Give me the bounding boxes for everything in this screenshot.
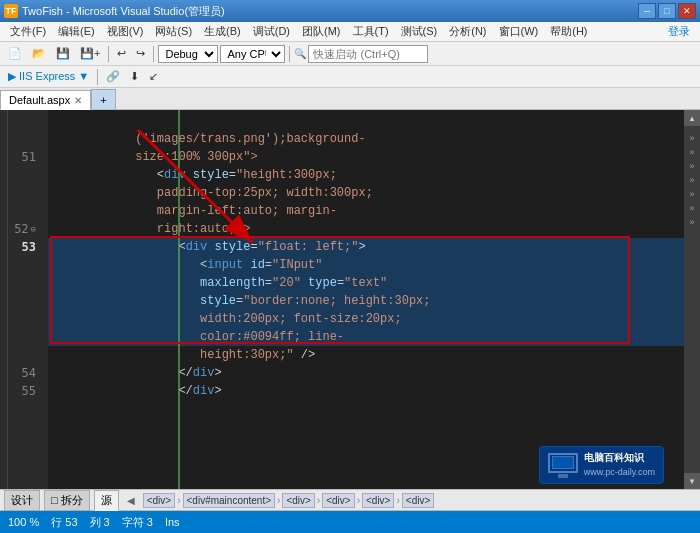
line-num-blank3 — [8, 166, 42, 184]
breadcrumb-sep1: › — [177, 495, 180, 506]
menu-debug[interactable]: 调试(D) — [247, 22, 296, 41]
design-tab[interactable]: 设计 — [4, 490, 40, 511]
breadcrumb-sep4: › — [357, 495, 360, 506]
status-col: 列 3 — [90, 515, 110, 530]
menu-test[interactable]: 测试(S) — [395, 22, 444, 41]
cpu-mode-dropdown[interactable]: Any CPU x64 x86 — [220, 45, 285, 63]
monitor-stand — [558, 474, 568, 478]
maximize-button[interactable]: □ — [658, 3, 676, 19]
menu-build[interactable]: 生成(B) — [198, 22, 247, 41]
line-numbers: 51 52 ⊖ 53 54 55 — [8, 110, 48, 489]
menu-team[interactable]: 团队(M) — [296, 22, 347, 41]
toolbar-2: ▶ IIS Express ▼ 🔗 ⬇ ↙ — [0, 66, 700, 88]
step-into-button[interactable]: ↙ — [145, 67, 162, 87]
line-num-blank4 — [8, 184, 42, 202]
scroll-chevron-5: » — [685, 188, 699, 200]
line-num-blank9 — [8, 310, 42, 328]
menu-analyze[interactable]: 分析(N) — [443, 22, 492, 41]
scroll-track[interactable]: » » » » » » » — [685, 126, 699, 473]
source-tab[interactable]: 源 — [94, 490, 119, 511]
split-tab[interactable]: □ 拆分 — [44, 490, 90, 511]
breadcrumb-div2[interactable]: <div#maincontent> — [183, 493, 276, 508]
line-num-blank1 — [8, 112, 42, 130]
save-all-button[interactable]: 💾+ — [76, 44, 104, 64]
new-project-button[interactable]: 📄 — [4, 44, 26, 64]
code-editor[interactable]: ('images/trans.png');background- size:10… — [48, 110, 684, 489]
separator-4 — [97, 69, 98, 85]
left-indicator — [0, 110, 8, 489]
status-mode: Ins — [165, 516, 180, 528]
line-num-blank11 — [8, 346, 42, 364]
menu-help[interactable]: 帮助(H) — [544, 22, 593, 41]
line-num-52: 52 ⊖ — [8, 220, 42, 238]
line-num-blank10 — [8, 328, 42, 346]
quick-search-label: 🔍 — [294, 48, 306, 59]
run-button[interactable]: ▶ IIS Express ▼ — [4, 67, 93, 87]
line-num-blank6 — [8, 256, 42, 274]
tab-new-label: + — [100, 94, 106, 106]
line-num-blank8 — [8, 292, 42, 310]
monitor-icon — [548, 453, 578, 478]
close-button[interactable]: ✕ — [678, 3, 696, 19]
monitor-screen — [548, 453, 578, 473]
debug-mode-dropdown[interactable]: Debug Release — [158, 45, 218, 63]
menu-website[interactable]: 网站(S) — [149, 22, 198, 41]
separator-2 — [153, 46, 154, 62]
breadcrumb-div6[interactable]: <div> — [402, 493, 434, 508]
separator-3 — [289, 46, 290, 62]
scroll-chevron-3: » — [685, 160, 699, 172]
attach-button[interactable]: 🔗 — [102, 67, 124, 87]
tab-new[interactable]: + — [91, 89, 115, 109]
current-line-indicator — [178, 110, 180, 489]
menu-window[interactable]: 窗口(W) — [493, 22, 545, 41]
open-button[interactable]: 📂 — [28, 44, 50, 64]
window-title: TwoFish - Microsoft Visual Studio(管理员) — [22, 4, 638, 19]
code-line-1: ('images/trans.png');background- — [48, 112, 684, 130]
menu-login[interactable]: 登录 — [662, 22, 696, 41]
minimize-button[interactable]: ─ — [638, 3, 656, 19]
breadcrumb-div4[interactable]: <div> — [322, 493, 354, 508]
line-num-blank2 — [8, 130, 42, 148]
breadcrumb-div3[interactable]: <div> — [282, 493, 314, 508]
status-zoom: 100 % — [8, 516, 39, 528]
quick-search-input[interactable] — [308, 45, 428, 63]
separator-1 — [108, 46, 109, 62]
nav-arrow-left[interactable]: ◀ — [127, 495, 135, 506]
menu-bar: 文件(F) 编辑(E) 视图(V) 网站(S) 生成(B) 调试(D) 团队(M… — [0, 22, 700, 42]
breadcrumb-sep2: › — [277, 495, 280, 506]
expand-icon-52[interactable]: ⊖ — [31, 220, 36, 238]
undo-button[interactable]: ↩ — [113, 44, 130, 64]
status-char: 字符 3 — [122, 515, 153, 530]
tab-bar: Default.aspx ✕ + — [0, 88, 700, 110]
status-bar: 100 % 行 53 列 3 字符 3 Ins — [0, 511, 700, 533]
menu-file[interactable]: 文件(F) — [4, 22, 52, 41]
logo-url: www.pc-daily.com — [584, 465, 655, 479]
step-over-button[interactable]: ⬇ — [126, 67, 143, 87]
tab-label: Default.aspx — [9, 94, 70, 106]
redo-button[interactable]: ↪ — [132, 44, 149, 64]
save-button[interactable]: 💾 — [52, 44, 74, 64]
line-num-53: 53 — [8, 238, 42, 256]
menu-tools[interactable]: 工具(T) — [347, 22, 395, 41]
scroll-chevron-1: » — [685, 132, 699, 144]
toolbar-1: 📄 📂 💾 💾+ ↩ ↪ Debug Release Any CPU x64 x… — [0, 42, 700, 66]
line-num-55: 55 — [8, 382, 42, 400]
tab-default-aspx[interactable]: Default.aspx ✕ — [0, 90, 91, 110]
breadcrumb-sep5: › — [396, 495, 399, 506]
scroll-down-button[interactable]: ▼ — [684, 473, 700, 489]
scroll-up-button[interactable]: ▲ — [684, 110, 700, 126]
menu-edit[interactable]: 编辑(E) — [52, 22, 101, 41]
breadcrumb-div1[interactable]: <div> — [143, 493, 175, 508]
tab-close-button[interactable]: ✕ — [74, 95, 82, 106]
app-icon: TF — [4, 4, 18, 18]
logo-site-name: 电脑百科知识 — [584, 451, 655, 465]
menu-view[interactable]: 视图(V) — [101, 22, 150, 41]
logo-text: 电脑百科知识 www.pc-daily.com — [584, 451, 655, 479]
title-bar: TF TwoFish - Microsoft Visual Studio(管理员… — [0, 0, 700, 22]
editor-area: 51 52 ⊖ 53 54 55 ('images/trans.png'); — [0, 110, 700, 489]
breadcrumb-div5[interactable]: <div> — [362, 493, 394, 508]
status-row: 行 53 — [51, 515, 77, 530]
line-num-blank7 — [8, 274, 42, 292]
right-scrollbar: ▲ » » » » » » » ▼ — [684, 110, 700, 489]
line-num-51: 51 — [8, 148, 42, 166]
